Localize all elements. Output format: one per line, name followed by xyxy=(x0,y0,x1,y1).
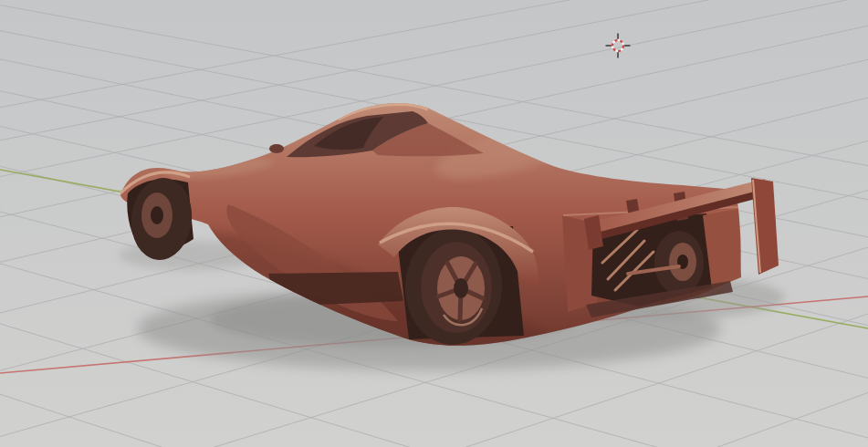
3d-viewport[interactable] xyxy=(0,0,868,447)
rear-hub xyxy=(454,278,468,298)
viewport-canvas xyxy=(0,0,868,447)
side-mirror xyxy=(269,144,284,153)
front-hub xyxy=(151,206,163,224)
